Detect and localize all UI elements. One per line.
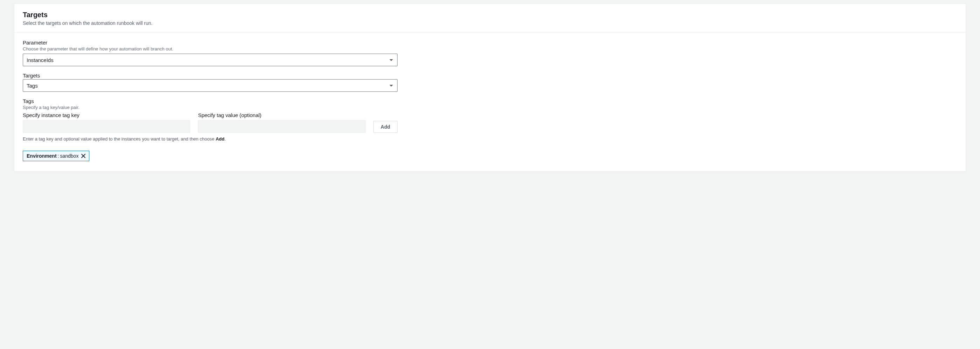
tags-hint: Specify a tag key/value pair. (23, 105, 957, 110)
parameter-select-wrap: InstanceIds (23, 54, 398, 66)
tags-helper-bold: Add (216, 136, 224, 142)
tags-field: Tags Specify a tag key/value pair. Speci… (23, 98, 957, 161)
panel-subtitle: Select the targets on which the automati… (23, 20, 957, 26)
panel-header: Targets Select the targets on which the … (14, 4, 966, 33)
tag-key-col: Specify instance tag key (23, 112, 190, 133)
parameter-label: Parameter (23, 40, 957, 46)
targets-label: Targets (23, 73, 957, 78)
parameter-field: Parameter Choose the parameter that will… (23, 40, 957, 66)
tag-key-label: Specify instance tag key (23, 112, 190, 118)
panel-body: Parameter Choose the parameter that will… (14, 33, 966, 171)
tags-helper: Enter a tag key and optional value appli… (23, 136, 957, 142)
chip-value: sandbox (60, 153, 78, 159)
tags-helper-prefix: Enter a tag key and optional value appli… (23, 136, 216, 142)
parameter-hint: Choose the parameter that will define ho… (23, 46, 957, 51)
targets-panel: Targets Select the targets on which the … (14, 3, 966, 171)
tags-label: Tags (23, 98, 957, 104)
parameter-select[interactable]: InstanceIds (23, 54, 398, 66)
add-col: Add (373, 121, 398, 133)
targets-field: Targets Tags (23, 73, 957, 92)
tag-chip: Environment : sandbox (23, 151, 89, 161)
add-button[interactable]: Add (373, 121, 398, 133)
tag-key-input[interactable] (23, 120, 190, 133)
panel-title: Targets (23, 11, 957, 19)
close-icon[interactable] (81, 154, 86, 158)
tag-chips: Environment : sandbox (23, 151, 957, 161)
chip-separator: : (58, 153, 59, 159)
chip-key: Environment (27, 153, 57, 159)
tag-value-input[interactable] (198, 120, 365, 133)
tag-value-label: Specify tag value (optional) (198, 112, 365, 118)
tag-value-col: Specify tag value (optional) (198, 112, 365, 133)
tags-helper-suffix: . (224, 136, 226, 142)
targets-select[interactable]: Tags (23, 79, 398, 92)
tags-row: Specify instance tag key Specify tag val… (23, 112, 398, 133)
targets-select-wrap: Tags (23, 79, 398, 92)
